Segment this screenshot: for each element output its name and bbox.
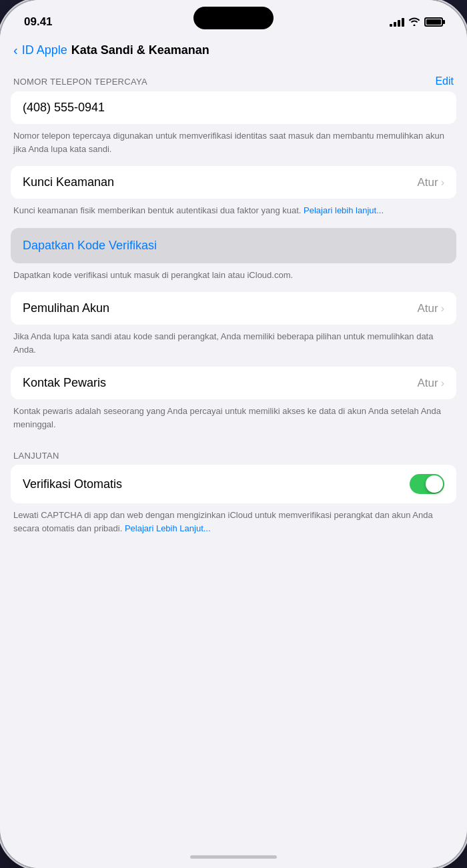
dynamic-island [193,7,274,29]
security-key-card[interactable]: Kunci Keamanan Atur › [11,166,456,199]
verification-code-row[interactable]: Dapatkan Kode Verifikasi [11,228,456,263]
security-key-section: Kunci Keamanan Atur › Kunci keamanan fis… [0,166,467,228]
account-recovery-card[interactable]: Pemulihan Akun Atur › [11,292,456,325]
home-bar [190,855,277,859]
chevron-right-icon: › [441,303,444,315]
content-area: NOMOR TELEPON TEPERCAYA Edit (408) 555-0… [0,66,467,845]
status-time: 09.41 [24,15,53,29]
status-icons [390,17,443,28]
account-recovery-row[interactable]: Pemulihan Akun Atur › [11,292,456,325]
verification-code-section: Dapatkan Kode Verifikasi Dapatkan kode v… [0,228,467,293]
back-chevron-icon: ‹ [13,43,18,58]
chevron-right-icon: › [441,177,444,189]
home-indicator [0,845,467,868]
auto-verify-row: Verifikasi Otomatis [11,465,456,503]
phone-frame: 09.41 [0,0,467,868]
security-key-learn-more-link[interactable]: Pelajari lebih lanjut... [304,205,384,215]
nav-bar: ‹ ID Apple Kata Sandi & Keamanan [0,36,467,66]
toggle-knob [426,475,443,493]
back-label[interactable]: ID Apple [22,43,67,57]
auto-verify-label: Verifikasi Otomatis [23,477,122,491]
wifi-icon [408,17,420,28]
phone-number: (408) 555-0941 [23,101,105,115]
trusted-phone-label: NOMOR TELEPON TEPERCAYA [13,77,147,87]
verification-code-card[interactable]: Dapatkan Kode Verifikasi [11,228,456,263]
security-key-label: Kunci Keamanan [23,175,114,189]
trusted-phone-section: NOMOR TELEPON TEPERCAYA Edit (408) 555-0… [0,66,467,166]
advanced-label: LANJUTAN [13,451,59,461]
trusted-phone-card: (408) 555-0941 [11,91,456,124]
account-recovery-description: Jika Anda lupa kata sandi atau kode sand… [0,325,467,367]
legacy-contact-description: Kontak pewaris adalah seseorang yang And… [0,399,467,441]
legacy-contact-section: Kontak Pewaris Atur › Kontak pewaris ada… [0,367,467,441]
edit-button[interactable]: Edit [435,75,454,87]
trusted-phone-header: NOMOR TELEPON TEPERCAYA Edit [0,66,467,91]
page-title: Kata Sandi & Keamanan [71,43,209,57]
signal-icon [390,17,404,27]
security-key-action: Atur › [417,176,444,189]
legacy-contact-label: Kontak Pewaris [23,376,106,390]
legacy-contact-action: Atur › [417,377,444,390]
auto-verify-toggle[interactable] [410,474,444,494]
verification-code-label[interactable]: Dapatkan Kode Verifikasi [23,239,157,252]
advanced-section: LANJUTAN Verifikasi Otomatis Lewati CAPT… [0,441,467,545]
legacy-contact-card[interactable]: Kontak Pewaris Atur › [11,367,456,399]
auto-verify-card: Verifikasi Otomatis [11,465,456,503]
auto-verify-learn-more-link[interactable]: Pelajari Lebih Lanjut... [125,523,211,533]
verification-code-description: Dapatkan kode verifikasi untuk masuk di … [0,263,467,293]
phone-number-row: (408) 555-0941 [11,91,456,124]
trusted-phone-description: Nomor telepon tepercaya digunakan untuk … [0,124,467,166]
battery-icon [424,17,443,27]
chevron-right-icon: › [441,377,444,389]
security-key-description: Kunci keamanan fisik memberikan bentuk a… [0,199,467,228]
auto-verify-description: Lewati CAPTCHA di app dan web dengan men… [0,503,467,545]
legacy-contact-row[interactable]: Kontak Pewaris Atur › [11,367,456,399]
screen: 09.41 [0,0,467,868]
bottom-spacer [0,545,467,556]
back-button[interactable]: ‹ ID Apple [13,43,67,58]
security-key-row[interactable]: Kunci Keamanan Atur › [11,166,456,199]
advanced-header: LANJUTAN [0,441,467,465]
account-recovery-action: Atur › [417,302,444,315]
account-recovery-label: Pemulihan Akun [23,301,109,315]
status-bar: 09.41 [0,0,467,36]
account-recovery-section: Pemulihan Akun Atur › Jika Anda lupa kat… [0,292,467,367]
